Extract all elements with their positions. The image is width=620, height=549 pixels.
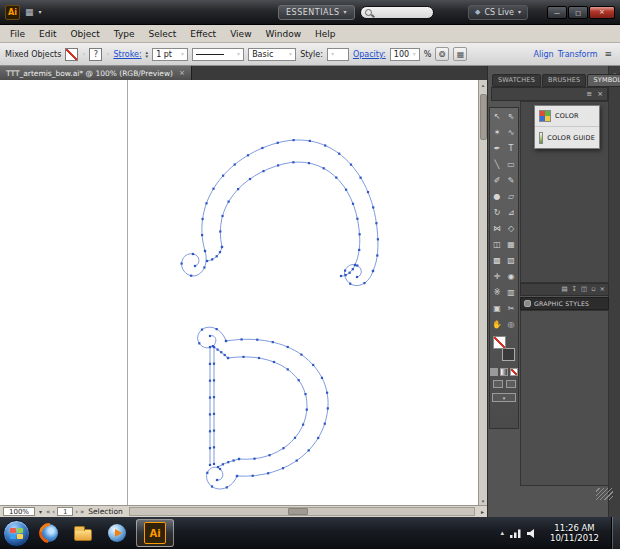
panel-button-color[interactable]: COLOR: [535, 106, 599, 127]
anchor-point[interactable]: [372, 206, 374, 208]
anchor-point[interactable]: [294, 437, 296, 439]
previous-artboard-icon[interactable]: ‹: [52, 508, 55, 516]
mesh-tool[interactable]: ▩: [490, 252, 504, 268]
anchor-point[interactable]: [282, 467, 284, 469]
anchor-point[interactable]: [219, 468, 221, 470]
symbol-sprayer-tool[interactable]: ※: [490, 284, 504, 300]
free-transform-tool[interactable]: ◇: [504, 220, 518, 236]
width-tool[interactable]: ⋈: [490, 220, 504, 236]
tab-swatches[interactable]: SWATCHES: [492, 74, 541, 87]
anchor-point[interactable]: [356, 276, 358, 278]
anchor-point[interactable]: [221, 246, 223, 248]
anchor-point[interactable]: [211, 258, 213, 260]
panel-button-color-guide[interactable]: COLOR GUIDE: [535, 127, 599, 148]
anchor-point[interactable]: [304, 393, 306, 395]
anchor-point[interactable]: [209, 380, 211, 382]
anchor-point[interactable]: [216, 479, 218, 481]
opacity-select[interactable]: 100 ▾: [390, 48, 420, 61]
anchor-point[interactable]: [209, 430, 211, 432]
paintbrush-tool[interactable]: ✐: [490, 172, 504, 188]
anchor-point[interactable]: [249, 178, 251, 180]
anchor-point[interactable]: [252, 475, 254, 477]
menu-help[interactable]: Help: [308, 25, 343, 43]
anchor-point[interactable]: [273, 361, 275, 363]
anchor-point[interactable]: [201, 234, 203, 236]
stroke-width-stepper[interactable]: ▴ ▾: [146, 50, 149, 58]
anchor-point[interactable]: [262, 170, 264, 172]
anchor-point[interactable]: [338, 153, 340, 155]
bow-upper-inner-path[interactable]: [220, 162, 359, 265]
anchor-point[interactable]: [345, 189, 347, 191]
anchor-point[interactable]: [209, 464, 211, 466]
anchor-point[interactable]: [213, 396, 215, 398]
color-button[interactable]: [490, 368, 498, 376]
anchor-point[interactable]: [360, 177, 362, 179]
anchor-point[interactable]: [287, 346, 289, 348]
anchor-point[interactable]: [190, 275, 192, 277]
scroll-right-icon[interactable]: ▸: [481, 508, 484, 515]
anchor-point[interactable]: [227, 461, 229, 463]
gradient-tool[interactable]: ▧: [504, 252, 518, 268]
anchor-point[interactable]: [234, 163, 236, 165]
anchor-point[interactable]: [238, 458, 240, 460]
dock-expand-icon[interactable]: «: [613, 70, 617, 517]
anchor-point[interactable]: [192, 253, 194, 255]
anchor-point[interactable]: [213, 430, 215, 432]
anchor-point[interactable]: [327, 407, 329, 409]
anchor-point[interactable]: [377, 238, 379, 240]
anchor-point[interactable]: [317, 437, 319, 439]
anchor-point[interactable]: [296, 460, 298, 462]
show-desktop-button[interactable]: [611, 517, 620, 549]
anchor-point[interactable]: [209, 335, 211, 337]
eraser-tool[interactable]: ▱: [504, 188, 518, 204]
anchor-point[interactable]: [202, 218, 204, 220]
anchor-point[interactable]: [194, 265, 196, 267]
anchor-point[interactable]: [256, 339, 258, 341]
menu-edit[interactable]: Edit: [32, 25, 63, 43]
taskbar-clock[interactable]: 11:26 AM 10/11/2012: [550, 523, 599, 543]
anchor-point[interactable]: [242, 356, 244, 358]
anchor-point[interactable]: [226, 486, 228, 488]
anchor-point[interactable]: [277, 142, 279, 144]
slice-tool[interactable]: ✂: [504, 300, 518, 316]
bow-upper-left-join[interactable]: [207, 247, 222, 261]
anchor-point[interactable]: [352, 268, 354, 270]
anchor-point[interactable]: [292, 161, 294, 163]
zoom-level-box[interactable]: 100%: [3, 507, 35, 516]
zoom-caret-icon[interactable]: ▾: [39, 509, 42, 515]
volume-icon[interactable]: [527, 529, 538, 538]
anchor-point[interactable]: [277, 164, 279, 166]
document-layout-caret-icon[interactable]: ▾: [39, 9, 42, 15]
menu-type[interactable]: Type: [107, 25, 142, 43]
type-tool[interactable]: T: [504, 140, 518, 156]
anchor-point[interactable]: [213, 379, 215, 381]
scroll-up-icon[interactable]: ▴: [479, 80, 487, 89]
anchor-point[interactable]: [227, 357, 229, 359]
anchor-point[interactable]: [359, 233, 361, 235]
panel-resize-grip[interactable]: [596, 488, 613, 500]
zoom-tool[interactable]: ◎: [504, 316, 518, 332]
caret-down-icon[interactable]: ▾: [106, 51, 109, 57]
graphic-styles-header[interactable]: GRAPHIC STYLES: [520, 297, 609, 310]
scale-tool[interactable]: ⊿: [504, 204, 518, 220]
break-link-icon[interactable]: ◫: [581, 286, 587, 293]
pencil-tool[interactable]: ✎: [504, 172, 518, 188]
recolor-artwork-icon[interactable]: ❂: [435, 47, 449, 61]
direct-selection-tool[interactable]: ⇖: [504, 108, 518, 124]
variable-width-profile-select[interactable]: ▾: [192, 48, 244, 61]
first-artboard-icon[interactable]: «: [46, 508, 50, 516]
network-icon[interactable]: [510, 529, 521, 538]
bow-lower-inner-path[interactable]: [228, 357, 307, 459]
control-panel-menu-icon[interactable]: ≡: [601, 49, 615, 59]
anchor-point[interactable]: [272, 341, 274, 343]
anchor-point[interactable]: [345, 274, 347, 276]
anchor-point[interactable]: [237, 188, 239, 190]
anchor-point[interactable]: [219, 230, 221, 232]
anchor-point[interactable]: [293, 139, 295, 141]
menu-object[interactable]: Object: [64, 25, 107, 43]
anchor-point[interactable]: [352, 203, 354, 205]
selection-tool[interactable]: ↖: [490, 108, 504, 124]
anchor-point[interactable]: [321, 377, 323, 379]
hidden-icons-arrow[interactable]: ▴: [500, 529, 504, 537]
eyedropper-tool[interactable]: ✛: [490, 268, 504, 284]
